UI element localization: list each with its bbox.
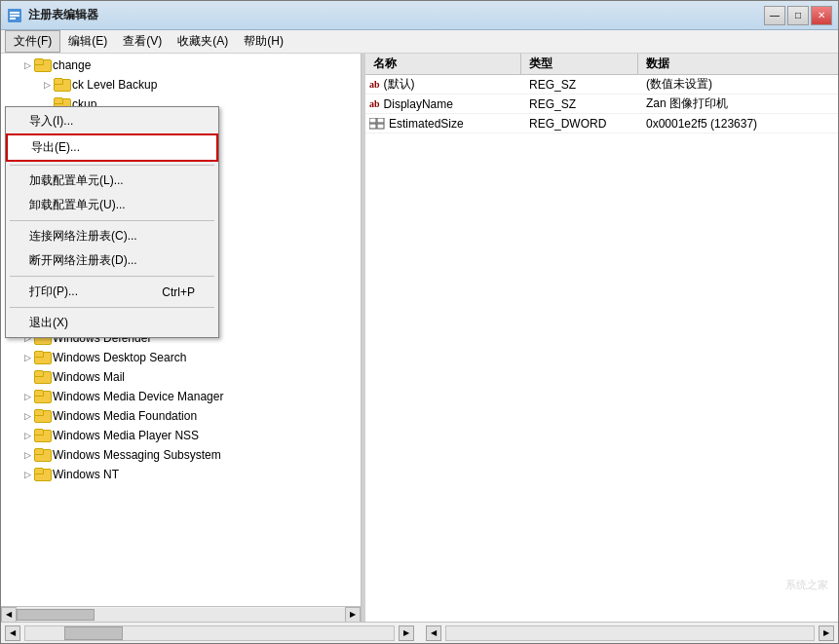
- menu-print[interactable]: 打印(P)... Ctrl+P: [6, 280, 218, 304]
- tree-label: Windows Desktop Search: [53, 351, 186, 364]
- folder-icon: [34, 58, 50, 72]
- value-data-cell: (数值未设置): [638, 76, 838, 93]
- tree-label: Windows Mail: [53, 370, 125, 384]
- menu-separator: [10, 307, 214, 308]
- svg-rect-3: [10, 18, 16, 19]
- tree-label: Windows Messaging Subsystem: [53, 448, 221, 462]
- tree-label: change: [53, 58, 91, 72]
- menu-import[interactable]: 导入(I)...: [6, 109, 218, 133]
- tree-toggle[interactable]: ▷: [20, 409, 34, 423]
- h-scrollbar-right[interactable]: [445, 625, 816, 641]
- menu-edit[interactable]: 编辑(E): [60, 31, 115, 52]
- tree-item[interactable]: Windows Mail: [1, 367, 361, 387]
- value-row[interactable]: EstimatedSize REG_DWORD 0x0001e2f5 (1236…: [365, 114, 838, 133]
- close-button[interactable]: ✕: [811, 6, 832, 25]
- value-type-cell: REG_SZ: [521, 78, 638, 92]
- title-bar-left: 注册表编辑器: [7, 7, 98, 23]
- svg-rect-5: [377, 118, 384, 123]
- menu-favorites[interactable]: 收藏夹(A): [170, 31, 236, 52]
- menu-export[interactable]: 导出(E)...: [6, 133, 218, 162]
- folder-icon: [34, 468, 50, 481]
- h-scroll-left-btn2[interactable]: ◀: [426, 625, 441, 641]
- folder-icon: [34, 429, 50, 442]
- values-pane: 名称 类型 数据 ab (默认) REG_SZ (数值未设置) ab: [365, 54, 838, 622]
- value-type-cell: REG_SZ: [521, 97, 638, 111]
- maximize-button[interactable]: □: [787, 6, 809, 25]
- tree-label: Windows Media Device Manager: [53, 390, 223, 403]
- scroll-left-button[interactable]: ◀: [1, 607, 17, 623]
- scroll-right-button[interactable]: ▶: [345, 607, 361, 623]
- header-name[interactable]: 名称: [365, 54, 521, 74]
- tree-item[interactable]: ▷ Windows Messaging Subsystem: [1, 445, 361, 465]
- value-name: EstimatedSize: [389, 117, 464, 131]
- file-dropdown-menu: 导入(I)... 导出(E)... 加载配置单元(L)... 卸载配置单元(U)…: [5, 106, 219, 338]
- grid-icon: [369, 118, 385, 130]
- app-icon: [7, 8, 22, 23]
- menu-bar: 文件(F) 编辑(E) 查看(V) 收藏夹(A) 帮助(H): [1, 30, 838, 54]
- folder-icon: [54, 78, 69, 92]
- window-title: 注册表编辑器: [28, 7, 98, 23]
- tree-toggle[interactable]: ▷: [20, 58, 34, 72]
- h-scrollbar-main[interactable]: [24, 625, 395, 641]
- tree-label: Windows Media Player NSS: [53, 429, 199, 442]
- h-scroll-right-btn[interactable]: ▶: [399, 625, 414, 641]
- tree-toggle[interactable]: ▷: [20, 351, 34, 364]
- menu-disconnect-registry[interactable]: 断开网络注册表(D)...: [6, 248, 218, 273]
- value-row[interactable]: ab (默认) REG_SZ (数值未设置): [365, 75, 838, 95]
- tree-item-windows-media-foundation[interactable]: ▷ Windows Media Foundation: [1, 406, 361, 426]
- folder-icon: [34, 351, 50, 364]
- svg-rect-2: [10, 15, 19, 17]
- menu-view[interactable]: 查看(V): [115, 31, 170, 52]
- menu-connect-registry[interactable]: 连接网络注册表(C)...: [6, 224, 218, 248]
- menu-load-hive[interactable]: 加载配置单元(L)...: [6, 169, 218, 193]
- value-data-cell: 0x0001e2f5 (123637): [638, 117, 838, 131]
- tree-item[interactable]: ▷ Windows NT: [1, 465, 361, 484]
- menu-separator: [10, 276, 214, 277]
- value-row[interactable]: ab DisplayName REG_SZ Zan 图像打印机: [365, 95, 838, 114]
- values-header: 名称 类型 数据: [365, 54, 838, 75]
- header-type[interactable]: 类型: [521, 54, 638, 74]
- value-name: DisplayName: [384, 97, 453, 111]
- menu-separator: [10, 165, 214, 166]
- title-bar: 注册表编辑器 — □ ✕: [1, 1, 838, 30]
- main-content: ▷ change ▷ ck Level Backup ckup: [1, 54, 838, 622]
- folder-icon: [34, 390, 50, 403]
- tree-label: Windows Media Foundation: [53, 409, 197, 423]
- menu-separator: [10, 220, 214, 221]
- value-name-cell: ab (默认): [365, 76, 521, 93]
- menu-unload-hive[interactable]: 卸载配置单元(U)...: [6, 193, 218, 217]
- h-scroll-right-btn2[interactable]: ▶: [819, 625, 834, 641]
- value-name-cell: ab DisplayName: [365, 97, 521, 111]
- values-list: ab (默认) REG_SZ (数值未设置) ab DisplayName RE…: [365, 75, 838, 622]
- tree-item[interactable]: ▷ Windows Media Player NSS: [1, 426, 361, 445]
- menu-help[interactable]: 帮助(H): [236, 31, 291, 52]
- header-data[interactable]: 数据: [638, 54, 838, 74]
- folder-icon: [34, 448, 50, 462]
- ab-icon: ab: [369, 79, 380, 90]
- tree-item[interactable]: ▷ Windows Desktop Search: [1, 348, 361, 367]
- folder-icon: [34, 409, 50, 423]
- registry-editor-window: 注册表编辑器 — □ ✕ 文件(F) 编辑(E) 查看(V) 收藏夹(A) 帮助…: [0, 0, 839, 644]
- ab-icon: ab: [369, 98, 380, 109]
- menu-file[interactable]: 文件(F): [5, 30, 60, 53]
- tree-item-windows-media-device-manager[interactable]: ▷ Windows Media Device Manager: [1, 387, 361, 406]
- tree-toggle[interactable]: ▷: [20, 448, 34, 462]
- tree-toggle[interactable]: ▷: [20, 468, 34, 481]
- horizontal-scrollbar-tree[interactable]: [17, 608, 345, 622]
- h-scroll-left-btn[interactable]: ◀: [5, 625, 20, 641]
- tree-toggle[interactable]: ▷: [20, 429, 34, 442]
- menu-exit[interactable]: 退出(X): [6, 311, 218, 335]
- tree-item[interactable]: ▷ ck Level Backup: [1, 75, 361, 95]
- svg-rect-6: [369, 124, 376, 129]
- tree-item[interactable]: ▷ change: [1, 56, 361, 75]
- svg-rect-4: [369, 118, 376, 123]
- watermark: 系统之家: [785, 578, 828, 592]
- value-data-cell: Zan 图像打印机: [638, 95, 838, 112]
- tree-toggle[interactable]: ▷: [20, 390, 34, 403]
- tree-label: Windows NT: [53, 468, 119, 481]
- tree-label: ck Level Backup: [72, 78, 157, 92]
- value-type-cell: REG_DWORD: [521, 117, 638, 131]
- minimize-button[interactable]: —: [764, 6, 785, 25]
- title-controls: — □ ✕: [764, 6, 832, 25]
- tree-toggle[interactable]: ▷: [40, 78, 54, 92]
